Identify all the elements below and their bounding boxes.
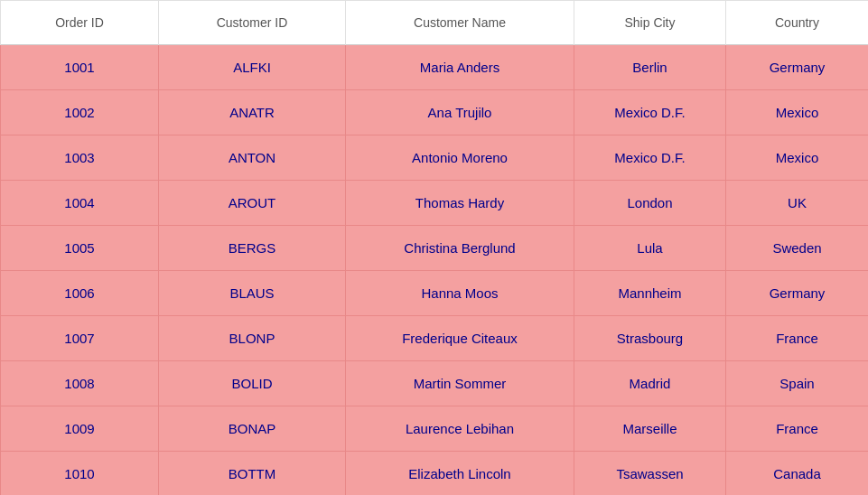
cell-ship-city: Tsawassen <box>574 452 726 496</box>
cell-customer-id: BONAP <box>159 406 346 452</box>
cell-country: Germany <box>726 271 869 316</box>
cell-order-id: 1007 <box>1 316 159 361</box>
column-header-customer-name: Customer Name <box>346 1 574 45</box>
cell-order-id: 1004 <box>1 181 159 226</box>
cell-customer-name: Hanna Moos <box>346 271 574 316</box>
cell-customer-name: Elizabeth Lincoln <box>346 452 574 496</box>
cell-customer-id: BOLID <box>159 361 346 406</box>
cell-order-id: 1003 <box>1 135 159 181</box>
cell-customer-id: ANTON <box>159 135 346 181</box>
cell-customer-name: Christina Berglund <box>346 226 574 271</box>
cell-order-id: 1006 <box>1 271 159 316</box>
table-row: 1007BLONPFrederique CiteauxStrasbourgFra… <box>1 316 869 361</box>
table-row: 1008BOLIDMartin SommerMadridSpain <box>1 361 869 406</box>
column-header-order-id: Order ID <box>1 1 159 45</box>
table-row: 1002ANATRAna TrujiloMexico D.F.Mexico <box>1 90 869 135</box>
cell-customer-name: Thomas Hardy <box>346 181 574 226</box>
cell-customer-name: Martin Sommer <box>346 361 574 406</box>
table-row: 1009BONAPLaurence LebihanMarseilleFrance <box>1 406 869 452</box>
cell-order-id: 1009 <box>1 406 159 452</box>
cell-country: France <box>726 406 869 452</box>
orders-table: Order IDCustomer IDCustomer NameShip Cit… <box>0 0 868 495</box>
cell-customer-id: BERGS <box>159 226 346 271</box>
cell-country: Mexico <box>726 90 869 135</box>
cell-customer-id: BOTTM <box>159 452 346 496</box>
cell-country: UK <box>726 181 869 226</box>
table-row: 1004AROUTThomas HardyLondonUK <box>1 181 869 226</box>
table-row: 1010BOTTMElizabeth LincolnTsawassenCanad… <box>1 452 869 496</box>
cell-order-id: 1008 <box>1 361 159 406</box>
table-row: 1006BLAUSHanna MoosMannheimGermany <box>1 271 869 316</box>
cell-order-id: 1001 <box>1 45 159 90</box>
cell-customer-id: BLONP <box>159 316 346 361</box>
table-row: 1003ANTONAntonio MorenoMexico D.F.Mexico <box>1 135 869 181</box>
cell-ship-city: Madrid <box>574 361 726 406</box>
column-header-country: Country <box>726 1 869 45</box>
cell-ship-city: Strasbourg <box>574 316 726 361</box>
cell-customer-name: Antonio Moreno <box>346 135 574 181</box>
cell-customer-id: ANATR <box>159 90 346 135</box>
table-header-row: Order IDCustomer IDCustomer NameShip Cit… <box>1 1 869 45</box>
cell-ship-city: London <box>574 181 726 226</box>
cell-customer-id: AROUT <box>159 181 346 226</box>
cell-order-id: 1002 <box>1 90 159 135</box>
cell-ship-city: Lula <box>574 226 726 271</box>
cell-ship-city: Marseille <box>574 406 726 452</box>
cell-customer-name: Ana Trujilo <box>346 90 574 135</box>
cell-ship-city: Berlin <box>574 45 726 90</box>
cell-customer-id: BLAUS <box>159 271 346 316</box>
cell-customer-name: Laurence Lebihan <box>346 406 574 452</box>
cell-ship-city: Mannheim <box>574 271 726 316</box>
cell-order-id: 1010 <box>1 452 159 496</box>
table-body: 1001ALFKIMaria AndersBerlinGermany1002AN… <box>1 45 869 496</box>
cell-country: France <box>726 316 869 361</box>
cell-customer-id: ALFKI <box>159 45 346 90</box>
table-row: 1005BERGSChristina BerglundLulaSweden <box>1 226 869 271</box>
cell-order-id: 1005 <box>1 226 159 271</box>
cell-country: Mexico <box>726 135 869 181</box>
orders-table-container: Order IDCustomer IDCustomer NameShip Cit… <box>0 0 868 495</box>
cell-country: Sweden <box>726 226 869 271</box>
cell-ship-city: Mexico D.F. <box>574 135 726 181</box>
column-header-ship-city: Ship City <box>574 1 726 45</box>
table-row: 1001ALFKIMaria AndersBerlinGermany <box>1 45 869 90</box>
column-header-customer-id: Customer ID <box>159 1 346 45</box>
cell-ship-city: Mexico D.F. <box>574 90 726 135</box>
cell-country: Spain <box>726 361 869 406</box>
cell-customer-name: Maria Anders <box>346 45 574 90</box>
cell-country: Canada <box>726 452 869 496</box>
cell-customer-name: Frederique Citeaux <box>346 316 574 361</box>
cell-country: Germany <box>726 45 869 90</box>
